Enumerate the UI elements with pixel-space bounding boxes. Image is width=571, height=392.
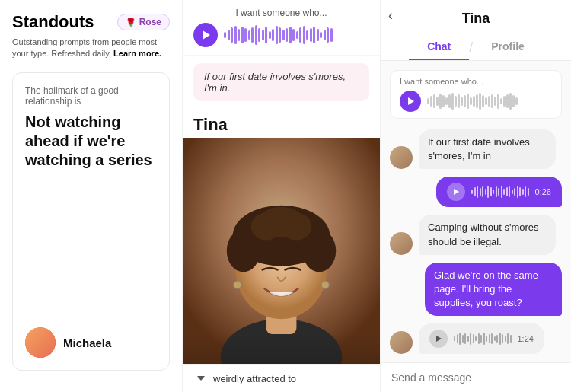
- waveform-bar: [327, 27, 329, 43]
- standouts-title: Standouts: [12, 12, 94, 32]
- waveform-bar: [430, 96, 432, 107]
- voice-waveform-bar: [493, 190, 494, 194]
- voice-waveform-bar: [503, 189, 505, 195]
- waveform-bar: [292, 29, 295, 41]
- play-button-voice-received[interactable]: [429, 330, 448, 348]
- waveform-bar: [494, 97, 496, 106]
- waveform-bar: [244, 28, 247, 42]
- photo-face: [183, 138, 380, 364]
- waveform-bar: [306, 30, 308, 40]
- profile-svg: [183, 138, 380, 364]
- voice-waveform-sent: [471, 185, 529, 199]
- waveform-chat-top: [427, 93, 552, 110]
- chat-audio-label: I want someone who...: [400, 77, 552, 86]
- prompt-label: The hallmark of a good relationship is: [25, 85, 157, 107]
- voice-waveform-bar-dark: [478, 333, 480, 344]
- play-button-chat-top[interactable]: [400, 91, 421, 112]
- waveform-bar: [251, 27, 254, 43]
- tab-profile[interactable]: Profile: [473, 34, 543, 60]
- voice-waveform-bar-dark: [475, 336, 477, 341]
- waveform-bar: [436, 97, 439, 106]
- voice-waveform-bar-dark: [496, 335, 498, 343]
- chat-audio-player: [400, 91, 552, 112]
- svg-point-5: [227, 230, 260, 272]
- learn-more-link[interactable]: Learn more.: [113, 49, 161, 58]
- waveform-bar: [324, 30, 326, 40]
- tina-avatar-2: [390, 232, 413, 255]
- left-panel: Standouts 🌹 Rose Outstanding prompts fro…: [0, 0, 183, 392]
- voice-waveform-bar-dark: [464, 333, 466, 344]
- rose-icon: 🌹: [126, 18, 136, 27]
- chat-area: I want someone who...: [381, 61, 571, 362]
- waveform-bar: [439, 94, 442, 109]
- voice-waveform-bar-dark: [489, 334, 490, 343]
- waveform-bar: [512, 95, 515, 107]
- waveform-bar: [299, 27, 301, 43]
- bottom-peek[interactable]: weirdly attracted to: [183, 364, 380, 392]
- voice-waveform-bar: [512, 190, 513, 194]
- waveform-bar: [473, 96, 475, 107]
- chat-input[interactable]: [391, 371, 560, 384]
- waveform-bar: [248, 30, 250, 40]
- waveform-bar: [448, 94, 451, 108]
- waveform-bar: [485, 97, 487, 105]
- voice-message-received: 1:24: [419, 323, 544, 354]
- voice-waveform-received: [454, 332, 512, 346]
- waveform-bar: [276, 26, 278, 44]
- voice-waveform-bar: [485, 189, 486, 195]
- waveform-bar: [515, 97, 518, 105]
- waveform-bar: [224, 32, 226, 38]
- voice-waveform-bar-dark: [459, 333, 461, 345]
- play-button-middle[interactable]: [193, 23, 218, 47]
- voice-waveform-bar: [490, 187, 492, 196]
- waveform-bar: [320, 32, 322, 38]
- voice-waveform-bar: [496, 186, 497, 197]
- voice-waveform-bar: [525, 186, 526, 197]
- chevron-down-icon: [193, 371, 209, 386]
- waveform-bar: [488, 96, 490, 107]
- play-button-voice-sent[interactable]: [447, 183, 465, 201]
- waveform-bar: [455, 96, 457, 107]
- rose-badge[interactable]: 🌹 Rose: [117, 14, 170, 30]
- tab-chat[interactable]: Chat: [409, 34, 469, 60]
- audio-player-middle: [193, 23, 369, 47]
- profile-photo: [183, 138, 380, 364]
- waveform-middle: [224, 24, 369, 46]
- voice-waveform-bar: [522, 189, 524, 195]
- prompt-bubble-middle: If our first date involves s'mores, I'm …: [193, 63, 369, 101]
- voice-waveform-bar: [498, 188, 499, 196]
- waveform-bar: [476, 94, 478, 108]
- voice-waveform-bar-dark: [457, 334, 458, 343]
- waveform-bar: [265, 27, 267, 43]
- message-row-3: Camping without s'mores should be illega…: [390, 215, 562, 254]
- right-panel: ‹ Tina Chat / Profile I want someone who…: [381, 0, 571, 392]
- voice-waveform-bar: [528, 188, 529, 196]
- message-bubble-4: Glad we're on the same page. I'll bring …: [425, 263, 562, 317]
- waveform-bar: [500, 98, 502, 104]
- waveform-bar: [433, 94, 435, 108]
- svg-point-6: [302, 230, 336, 272]
- waveform-bar: [479, 93, 481, 110]
- waveform-bar: [255, 25, 257, 45]
- rose-label: Rose: [139, 17, 161, 27]
- voice-waveform-bar-dark: [507, 333, 509, 344]
- voice-waveform-bar: [506, 187, 508, 196]
- waveform-bar: [228, 30, 230, 40]
- voice-waveform-bar-dark: [473, 334, 474, 343]
- voice-waveform-bar: [514, 188, 515, 196]
- right-header: ‹ Tina Chat / Profile: [381, 0, 571, 61]
- back-button[interactable]: ‹: [388, 8, 393, 24]
- waveform-bar: [269, 31, 271, 39]
- voice-duration-received: 1:24: [518, 334, 534, 343]
- waveform-bar: [464, 95, 466, 107]
- waveform-bar: [279, 27, 281, 43]
- waveform-bar: [461, 97, 463, 106]
- message-bubble-1: If our first date involves s'mores, I'm …: [419, 129, 556, 169]
- voice-waveform-bar: [509, 186, 510, 197]
- message-row-5: 1:24: [390, 323, 562, 354]
- waveform-bar: [234, 26, 237, 44]
- svg-point-9: [259, 207, 305, 237]
- waveform-bar: [272, 29, 274, 41]
- chat-input-area[interactable]: [381, 362, 571, 392]
- prompt-card[interactable]: The hallmark of a good relationship is N…: [12, 72, 170, 371]
